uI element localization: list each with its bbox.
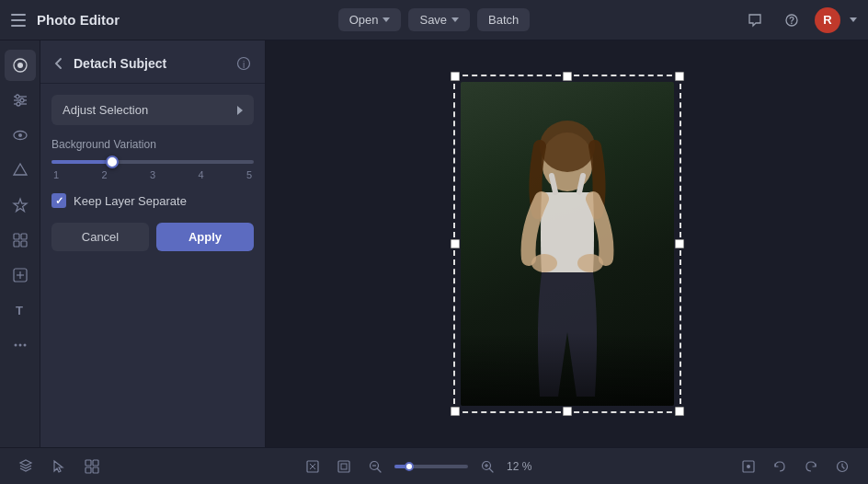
svg-point-9	[17, 102, 20, 106]
svg-rect-36	[338, 461, 349, 472]
handle-bottom-left[interactable]	[451, 407, 460, 416]
handle-bottom-center[interactable]	[563, 407, 572, 416]
main-area: T Detach Subject i	[0, 40, 868, 447]
svg-rect-33	[86, 467, 91, 473]
chat-button[interactable]	[741, 6, 769, 34]
open-chevron-icon	[383, 17, 390, 22]
svg-line-44	[490, 468, 494, 472]
panel: Detach Subject i Adjust Selection Backgr…	[40, 40, 266, 447]
svg-rect-31	[86, 460, 91, 466]
cancel-button[interactable]: Cancel	[51, 223, 149, 251]
handle-bottom-right[interactable]	[675, 407, 684, 416]
sidebar-item-more[interactable]	[5, 329, 36, 361]
layers-icon-button[interactable]	[13, 454, 39, 479]
photo-background	[461, 82, 674, 406]
svg-rect-13	[14, 234, 19, 239]
svg-text:?: ?	[789, 16, 794, 26]
panel-title: Detach Subject	[74, 56, 226, 71]
icon-sidebar: T	[0, 40, 40, 447]
svg-point-8	[20, 98, 24, 102]
panel-buttons: Cancel Apply	[51, 223, 254, 251]
slider-fill	[51, 160, 112, 164]
panel-header: Detach Subject i	[40, 40, 265, 84]
bottom-right	[736, 454, 855, 479]
svg-point-23	[23, 344, 26, 347]
slider-container: Background Variation 1 2 3 4 5	[51, 138, 254, 180]
handle-middle-left[interactable]	[451, 239, 460, 248]
top-bar-center: Open Save Batch	[338, 8, 531, 31]
save-chevron-icon	[451, 17, 459, 22]
keep-layer-checkbox[interactable]: ✓	[51, 193, 66, 208]
tick-2: 2	[101, 169, 107, 180]
zoom-out-button[interactable]	[363, 455, 387, 478]
info-button[interactable]: i	[234, 53, 254, 74]
adjust-selection-row[interactable]: Adjust Selection	[51, 95, 254, 125]
zoom-thumb[interactable]	[405, 462, 414, 471]
sidebar-item-text[interactable]: T	[5, 294, 36, 326]
svg-rect-32	[93, 460, 98, 466]
svg-point-21	[14, 344, 17, 347]
svg-point-7	[16, 95, 19, 98]
checkbox-row: ✓ Keep Layer Separate	[51, 193, 254, 208]
photo-gradient	[461, 332, 674, 406]
svg-point-22	[18, 344, 21, 347]
tick-1: 1	[53, 169, 59, 180]
keep-layer-label: Keep Layer Separate	[74, 194, 187, 208]
avatar-chevron-icon[interactable]	[850, 17, 857, 22]
help-button[interactable]: ?	[778, 6, 805, 34]
sidebar-item-grid[interactable]	[5, 225, 36, 256]
sidebar-item-shapes[interactable]	[5, 155, 36, 186]
slider-ticks: 1 2 3 4 5	[51, 169, 254, 180]
svg-line-40	[378, 468, 382, 472]
svg-point-29	[531, 254, 557, 272]
bottom-left	[13, 454, 105, 479]
actual-size-button[interactable]	[332, 455, 356, 478]
svg-point-46	[747, 465, 750, 468]
fit-view-button[interactable]	[301, 455, 325, 478]
handle-top-center[interactable]	[563, 72, 572, 81]
svg-rect-34	[93, 467, 98, 473]
svg-rect-16	[21, 241, 27, 247]
sidebar-item-sliders[interactable]	[5, 85, 36, 116]
svg-rect-15	[14, 241, 19, 247]
bottom-bar: 12 %	[0, 447, 868, 484]
back-button[interactable]	[51, 56, 66, 71]
save-button[interactable]: Save	[408, 8, 470, 31]
avatar[interactable]: R	[815, 7, 840, 33]
grid-icon-button[interactable]	[79, 454, 105, 479]
history-button[interactable]	[829, 454, 855, 479]
slider-track	[51, 160, 254, 164]
batch-button[interactable]: Batch	[477, 8, 530, 31]
canvas-area[interactable]	[266, 40, 868, 447]
snap-button[interactable]	[736, 454, 761, 479]
slider-thumb[interactable]	[106, 156, 119, 168]
handle-top-right[interactable]	[675, 72, 684, 81]
sidebar-item-effects[interactable]	[5, 190, 36, 221]
bottom-center: 12 %	[301, 455, 540, 478]
sidebar-item-adjust[interactable]	[5, 50, 36, 81]
handle-top-left[interactable]	[451, 72, 460, 81]
undo-button[interactable]	[767, 454, 793, 479]
redo-button[interactable]	[798, 454, 824, 479]
zoom-in-button[interactable]	[475, 455, 499, 478]
svg-rect-14	[21, 234, 27, 239]
open-button[interactable]: Open	[338, 8, 402, 31]
tick-5: 5	[246, 169, 252, 180]
background-variation-label: Background Variation	[51, 138, 254, 151]
cursor-icon-button[interactable]	[46, 454, 72, 479]
apply-button[interactable]: Apply	[156, 223, 254, 251]
svg-point-30	[577, 254, 603, 272]
image-container	[461, 82, 674, 406]
menu-icon[interactable]	[11, 11, 29, 29]
svg-rect-37	[341, 464, 347, 469]
sidebar-item-eye[interactable]	[5, 120, 36, 151]
sidebar-item-import[interactable]	[5, 259, 36, 291]
tick-4: 4	[198, 169, 203, 180]
top-bar-right: ? R	[530, 6, 857, 34]
svg-marker-12	[14, 199, 27, 212]
tick-3: 3	[150, 169, 155, 180]
adjust-selection-label: Adjust Selection	[63, 103, 148, 117]
zoom-slider[interactable]	[394, 465, 468, 468]
handle-middle-right[interactable]	[675, 239, 684, 248]
adjust-selection-chevron-icon	[237, 106, 243, 115]
